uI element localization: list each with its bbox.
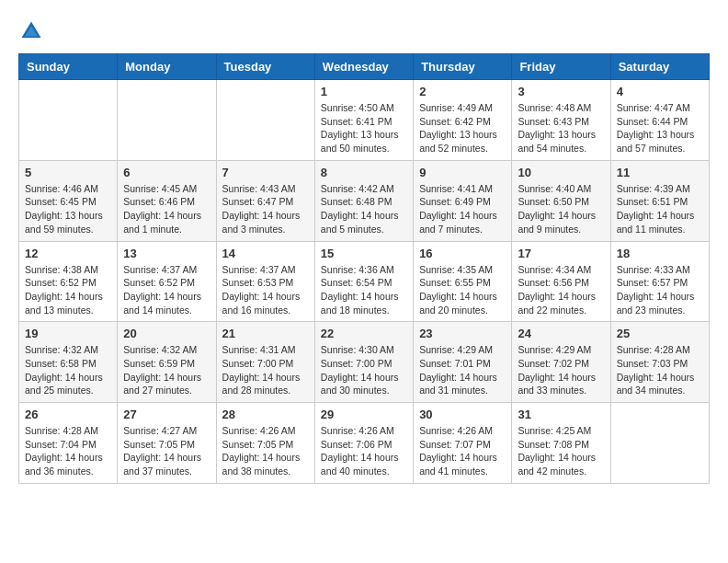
day-number: 8 (321, 166, 407, 179)
day-info: Sunrise: 4:37 AM Sunset: 6:53 PM Dayligh… (222, 263, 309, 317)
day-number: 26 (25, 408, 111, 421)
day-info: Sunrise: 4:38 AM Sunset: 6:52 PM Dayligh… (25, 263, 111, 317)
weekday-header-sunday: Sunday (19, 54, 118, 80)
day-number: 28 (222, 408, 309, 421)
day-info: Sunrise: 4:29 AM Sunset: 7:01 PM Dayligh… (419, 343, 506, 397)
day-info: Sunrise: 4:30 AM Sunset: 7:00 PM Dayligh… (321, 343, 407, 397)
calendar-cell: 21Sunrise: 4:31 AM Sunset: 7:00 PM Dayli… (216, 322, 314, 403)
page-header (18, 18, 710, 44)
calendar-cell: 10Sunrise: 4:40 AM Sunset: 6:50 PM Dayli… (512, 160, 610, 241)
calendar-cell: 11Sunrise: 4:39 AM Sunset: 6:51 PM Dayli… (610, 160, 709, 241)
calendar-week-5: 26Sunrise: 4:28 AM Sunset: 7:04 PM Dayli… (19, 403, 710, 484)
calendar-cell: 27Sunrise: 4:27 AM Sunset: 7:05 PM Dayli… (118, 403, 216, 484)
day-number: 13 (123, 247, 210, 260)
day-info: Sunrise: 4:41 AM Sunset: 6:49 PM Dayligh… (419, 182, 506, 236)
day-info: Sunrise: 4:48 AM Sunset: 6:43 PM Dayligh… (518, 101, 604, 155)
calendar-cell: 22Sunrise: 4:30 AM Sunset: 7:00 PM Dayli… (314, 322, 413, 403)
calendar-cell (216, 80, 314, 161)
day-number: 20 (123, 327, 210, 340)
calendar-cell: 31Sunrise: 4:25 AM Sunset: 7:08 PM Dayli… (512, 403, 610, 484)
calendar-cell: 20Sunrise: 4:32 AM Sunset: 6:59 PM Dayli… (118, 322, 216, 403)
day-number: 16 (419, 247, 506, 260)
calendar-cell: 18Sunrise: 4:33 AM Sunset: 6:57 PM Dayli… (610, 241, 709, 322)
day-number: 2 (419, 85, 506, 98)
day-number: 7 (222, 166, 309, 179)
calendar-cell (19, 80, 118, 161)
calendar-cell: 17Sunrise: 4:34 AM Sunset: 6:56 PM Dayli… (512, 241, 610, 322)
calendar-cell: 26Sunrise: 4:28 AM Sunset: 7:04 PM Dayli… (19, 403, 118, 484)
calendar-cell (610, 403, 709, 484)
day-number: 11 (617, 166, 703, 179)
day-number: 5 (25, 166, 111, 179)
calendar-cell: 28Sunrise: 4:26 AM Sunset: 7:05 PM Dayli… (216, 403, 314, 484)
day-number: 3 (518, 85, 604, 98)
calendar-cell: 23Sunrise: 4:29 AM Sunset: 7:01 PM Dayli… (414, 322, 512, 403)
calendar-cell: 19Sunrise: 4:32 AM Sunset: 6:58 PM Dayli… (19, 322, 118, 403)
day-number: 18 (617, 247, 703, 260)
calendar-body: 1Sunrise: 4:50 AM Sunset: 6:41 PM Daylig… (19, 80, 710, 484)
day-info: Sunrise: 4:36 AM Sunset: 6:54 PM Dayligh… (321, 263, 407, 317)
calendar-cell: 4Sunrise: 4:47 AM Sunset: 6:44 PM Daylig… (610, 80, 709, 161)
calendar-table: SundayMondayTuesdayWednesdayThursdayFrid… (18, 53, 710, 484)
weekday-header-thursday: Thursday (414, 54, 512, 80)
calendar-cell: 13Sunrise: 4:37 AM Sunset: 6:52 PM Dayli… (118, 241, 216, 322)
day-number: 19 (25, 327, 111, 340)
day-number: 31 (518, 408, 604, 421)
calendar-cell: 14Sunrise: 4:37 AM Sunset: 6:53 PM Dayli… (216, 241, 314, 322)
calendar-cell: 15Sunrise: 4:36 AM Sunset: 6:54 PM Dayli… (314, 241, 413, 322)
calendar-cell: 12Sunrise: 4:38 AM Sunset: 6:52 PM Dayli… (19, 241, 118, 322)
weekday-header-saturday: Saturday (610, 54, 709, 80)
day-info: Sunrise: 4:46 AM Sunset: 6:45 PM Dayligh… (25, 182, 111, 236)
day-number: 22 (321, 327, 407, 340)
day-info: Sunrise: 4:37 AM Sunset: 6:52 PM Dayligh… (123, 263, 210, 317)
day-number: 21 (222, 327, 309, 340)
day-info: Sunrise: 4:50 AM Sunset: 6:41 PM Dayligh… (321, 101, 407, 155)
day-info: Sunrise: 4:49 AM Sunset: 6:42 PM Dayligh… (419, 101, 506, 155)
day-number: 4 (617, 85, 703, 98)
day-number: 1 (321, 85, 407, 98)
day-number: 24 (518, 327, 604, 340)
calendar-week-1: 1Sunrise: 4:50 AM Sunset: 6:41 PM Daylig… (19, 80, 710, 161)
calendar-cell: 7Sunrise: 4:43 AM Sunset: 6:47 PM Daylig… (216, 160, 314, 241)
day-info: Sunrise: 4:31 AM Sunset: 7:00 PM Dayligh… (222, 343, 309, 397)
weekday-header-tuesday: Tuesday (216, 54, 314, 80)
calendar-cell: 1Sunrise: 4:50 AM Sunset: 6:41 PM Daylig… (314, 80, 413, 161)
calendar-cell: 30Sunrise: 4:26 AM Sunset: 7:07 PM Dayli… (414, 403, 512, 484)
weekday-header-monday: Monday (118, 54, 216, 80)
calendar-cell: 16Sunrise: 4:35 AM Sunset: 6:55 PM Dayli… (414, 241, 512, 322)
day-info: Sunrise: 4:26 AM Sunset: 7:07 PM Dayligh… (419, 424, 506, 478)
calendar-week-3: 12Sunrise: 4:38 AM Sunset: 6:52 PM Dayli… (19, 241, 710, 322)
day-info: Sunrise: 4:34 AM Sunset: 6:56 PM Dayligh… (518, 263, 604, 317)
calendar-cell: 3Sunrise: 4:48 AM Sunset: 6:43 PM Daylig… (512, 80, 610, 161)
calendar-cell: 9Sunrise: 4:41 AM Sunset: 6:49 PM Daylig… (414, 160, 512, 241)
day-info: Sunrise: 4:27 AM Sunset: 7:05 PM Dayligh… (123, 424, 210, 478)
calendar-cell: 6Sunrise: 4:45 AM Sunset: 6:46 PM Daylig… (118, 160, 216, 241)
day-info: Sunrise: 4:32 AM Sunset: 6:59 PM Dayligh… (123, 343, 210, 397)
calendar-cell: 25Sunrise: 4:28 AM Sunset: 7:03 PM Dayli… (610, 322, 709, 403)
calendar-cell: 29Sunrise: 4:26 AM Sunset: 7:06 PM Dayli… (314, 403, 413, 484)
day-info: Sunrise: 4:43 AM Sunset: 6:47 PM Dayligh… (222, 182, 309, 236)
day-info: Sunrise: 4:35 AM Sunset: 6:55 PM Dayligh… (419, 263, 506, 317)
logo (18, 18, 48, 44)
day-number: 17 (518, 247, 604, 260)
weekday-header-wednesday: Wednesday (314, 54, 413, 80)
day-number: 6 (123, 166, 210, 179)
day-info: Sunrise: 4:32 AM Sunset: 6:58 PM Dayligh… (25, 343, 111, 397)
day-number: 10 (518, 166, 604, 179)
calendar-week-4: 19Sunrise: 4:32 AM Sunset: 6:58 PM Dayli… (19, 322, 710, 403)
calendar-cell: 24Sunrise: 4:29 AM Sunset: 7:02 PM Dayli… (512, 322, 610, 403)
day-number: 25 (617, 327, 703, 340)
day-info: Sunrise: 4:33 AM Sunset: 6:57 PM Dayligh… (617, 263, 703, 317)
day-number: 27 (123, 408, 210, 421)
calendar-cell (118, 80, 216, 161)
weekday-header-friday: Friday (512, 54, 610, 80)
day-info: Sunrise: 4:25 AM Sunset: 7:08 PM Dayligh… (518, 424, 604, 478)
day-info: Sunrise: 4:26 AM Sunset: 7:06 PM Dayligh… (321, 424, 407, 478)
calendar-week-2: 5Sunrise: 4:46 AM Sunset: 6:45 PM Daylig… (19, 160, 710, 241)
calendar-cell: 5Sunrise: 4:46 AM Sunset: 6:45 PM Daylig… (19, 160, 118, 241)
day-info: Sunrise: 4:39 AM Sunset: 6:51 PM Dayligh… (617, 182, 703, 236)
day-number: 14 (222, 247, 309, 260)
day-info: Sunrise: 4:45 AM Sunset: 6:46 PM Dayligh… (123, 182, 210, 236)
calendar-cell: 2Sunrise: 4:49 AM Sunset: 6:42 PM Daylig… (414, 80, 512, 161)
day-number: 30 (419, 408, 506, 421)
